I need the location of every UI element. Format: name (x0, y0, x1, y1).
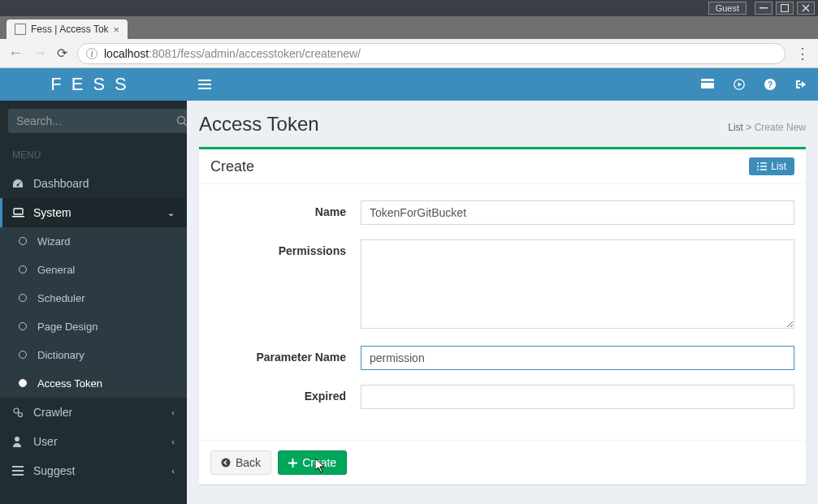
minimize-icon (760, 7, 768, 9)
sidebar-search (0, 101, 187, 141)
svg-rect-9 (14, 209, 23, 214)
parameter-name-input[interactable] (361, 346, 794, 370)
back-button[interactable]: ← (8, 45, 23, 62)
chevron-down-icon: ⌄ (167, 208, 175, 218)
nav-play-icon[interactable] (734, 79, 745, 90)
form-row-expired: Expired (210, 385, 794, 409)
list-icon (12, 466, 25, 476)
form-card: Create List Name Permissions (199, 147, 806, 485)
play-icon (734, 79, 745, 90)
list-icon (757, 162, 767, 170)
circle-icon (16, 349, 29, 361)
os-titlebar: Guest (0, 0, 818, 16)
page-title: Access Token (199, 113, 319, 136)
list-button[interactable]: List (749, 157, 794, 175)
circle-icon (16, 321, 29, 333)
browser-tab-strip: Fess | Access Tok × (0, 16, 818, 39)
sidebar-item-user[interactable]: User ‹ (0, 427, 187, 456)
circle-icon (16, 292, 29, 304)
form-row-permissions: Permissions (210, 239, 794, 331)
create-button[interactable]: Create (278, 450, 347, 475)
svg-rect-3 (701, 81, 714, 83)
permissions-textarea[interactable] (361, 239, 794, 329)
user-icon (12, 436, 25, 447)
svg-point-11 (19, 413, 23, 417)
browser-menu-button[interactable]: ⋮ (795, 45, 810, 62)
sidebar-search-button[interactable] (167, 109, 187, 133)
svg-rect-1 (781, 5, 789, 12)
plus-icon (288, 459, 297, 467)
svg-point-10 (14, 408, 19, 413)
os-maximize-button[interactable] (776, 2, 794, 15)
dashboard-icon (12, 179, 25, 188)
card-footer: Back Create (199, 440, 806, 485)
card-icon (701, 79, 714, 88)
search-icon (176, 115, 187, 127)
browser-tab[interactable]: Fess | Access Tok × (6, 19, 128, 39)
chevron-left-icon: ‹ (171, 407, 175, 417)
sidebar-item-label: Wizard (37, 235, 70, 248)
card-header: Create List (199, 149, 806, 184)
sidebar-item-access-token[interactable]: Access Token (0, 369, 187, 398)
arrow-left-icon (221, 458, 231, 467)
os-close-button[interactable] (797, 2, 815, 15)
cogs-icon (12, 407, 25, 418)
os-minimize-button[interactable] (755, 2, 773, 15)
nav-card-icon[interactable] (701, 79, 714, 90)
sidebar-item-dashboard[interactable]: Dashboard (0, 169, 187, 198)
form-row-parameter-name: Parameter Name (210, 346, 794, 370)
sidebar-item-scheduler[interactable]: Scheduler (0, 284, 187, 312)
sidebar: MENU Dashboard System ⌄ Wizard General (0, 101, 187, 504)
navbar: ? (187, 68, 818, 101)
page-icon (15, 24, 26, 35)
sidebar-item-suggest[interactable]: Suggest ‹ (0, 456, 187, 485)
sidebar-item-label: User (33, 435, 58, 448)
list-button-label: List (771, 161, 786, 172)
form-row-name: Name (210, 200, 794, 225)
nav-help-icon[interactable]: ? (764, 79, 776, 90)
sidebar-item-label: Dictionary (37, 349, 84, 361)
tab-title: Fess | Access Tok (31, 24, 109, 35)
help-icon: ? (764, 79, 776, 90)
sidebar-item-general[interactable]: General (0, 256, 187, 284)
circle-icon (16, 264, 29, 276)
breadcrumb-list-link[interactable]: List (728, 122, 743, 133)
chevron-left-icon: ‹ (171, 466, 175, 476)
chevron-left-icon: ‹ (171, 437, 175, 446)
forward-button[interactable]: → (32, 45, 47, 62)
sidebar-item-crawler[interactable]: Crawler ‹ (0, 398, 187, 427)
breadcrumb-sep: > (746, 122, 751, 133)
tab-close-icon[interactable]: × (114, 24, 120, 36)
sidebar-item-label: Page Design (37, 321, 97, 333)
circle-icon (16, 377, 29, 390)
site-info-icon[interactable]: i (86, 48, 97, 59)
nav-logout-icon[interactable] (795, 79, 807, 90)
sidebar-search-input[interactable] (8, 109, 167, 133)
reload-button[interactable]: ⟳ (57, 45, 67, 61)
svg-rect-0 (760, 7, 768, 9)
logout-icon (795, 79, 807, 90)
circle-icon (16, 235, 29, 248)
label-permissions: Permissions (210, 239, 361, 331)
submenu-system: Wizard General Scheduler Page Design Dic… (0, 227, 187, 398)
browser-toolbar: ← → ⟳ i localhost:8081/fess/admin/access… (0, 39, 818, 68)
content-wrapper: Access Token List > Create New Create Li… (187, 101, 818, 504)
name-input[interactable] (361, 200, 794, 225)
hamburger-icon (198, 80, 211, 89)
address-bar[interactable]: i localhost:8081/fess/admin/accesstoken/… (77, 43, 786, 64)
back-button[interactable]: Back (210, 450, 271, 475)
sidebar-item-dictionary[interactable]: Dictionary (0, 341, 187, 369)
logo[interactable]: FESS (0, 68, 187, 101)
logo-text: FESS (50, 74, 136, 95)
create-button-label: Create (302, 456, 336, 469)
sidebar-toggle-button[interactable] (198, 80, 211, 89)
menu-header: MENU (0, 141, 187, 169)
breadcrumb-current: Create New (755, 122, 806, 133)
expired-input[interactable] (361, 385, 794, 409)
sidebar-item-page-design[interactable]: Page Design (0, 312, 187, 341)
sidebar-item-wizard[interactable]: Wizard (0, 227, 187, 256)
sidebar-item-system[interactable]: System ⌄ (0, 198, 187, 227)
sidebar-item-label: System (33, 206, 71, 219)
svg-text:?: ? (768, 80, 773, 89)
app-body: MENU Dashboard System ⌄ Wizard General (0, 68, 818, 504)
